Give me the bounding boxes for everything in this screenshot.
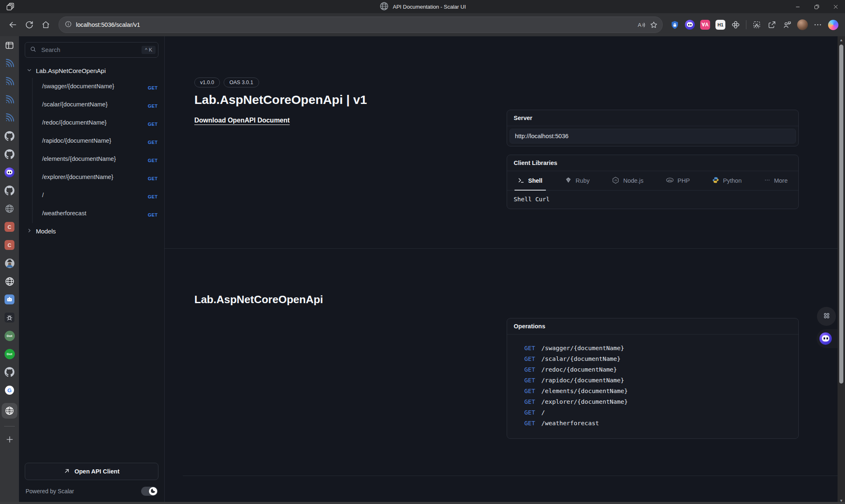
copilot-icon[interactable] [826, 18, 840, 32]
toolbar-divider [746, 20, 746, 29]
open-api-client-button[interactable]: Open API Client [25, 463, 158, 480]
sidebar-endpoint-item[interactable]: /swagger/{documentName}GET [33, 78, 158, 96]
server-card-header: Server [507, 110, 798, 126]
minimize-button[interactable] [788, 0, 807, 13]
settings-ellipsis-icon[interactable] [811, 18, 825, 32]
more-ellipsis-icon [764, 177, 770, 184]
tab-php[interactable]: phpPHP [666, 171, 690, 190]
sidebar-endpoint-item[interactable]: /scalar/{documentName}GET [33, 96, 158, 114]
globe-active-icon[interactable] [2, 403, 17, 419]
bug-icon[interactable] [4, 312, 15, 323]
operation-row[interactable]: GET/scalar/{documentName} [516, 353, 789, 364]
github-icon[interactable] [4, 149, 15, 160]
read-aloud-icon[interactable]: A [635, 19, 647, 31]
share-icon[interactable] [765, 18, 779, 32]
method-badge: GET [148, 154, 158, 165]
close-button[interactable] [826, 0, 845, 13]
google-icon[interactable]: G [4, 385, 15, 396]
operation-path: /swagger/{documentName} [541, 344, 624, 352]
download-openapi-link[interactable]: Download OpenAPI Document [194, 117, 290, 124]
sidebar-endpoint-item[interactable]: /elements/{documentName}GET [33, 151, 158, 169]
scrollbar-thumb[interactable] [839, 45, 843, 384]
avatar[interactable] [795, 18, 810, 32]
sidebar-item-models[interactable]: Models [25, 223, 158, 239]
c-app-icon[interactable]: C [4, 221, 15, 232]
operation-row[interactable]: GET/ [516, 407, 789, 418]
password-shield-icon[interactable] [668, 18, 682, 32]
github-icon[interactable] [4, 185, 15, 196]
client-libraries-card: Client Libraries ShellRubyJSNode.jsphpPH… [507, 155, 799, 209]
tab-panel-icon[interactable] [4, 40, 15, 51]
operation-row[interactable]: GET/elements/{documentName} [516, 386, 789, 396]
dot-icon[interactable]: Dot [4, 330, 15, 341]
operation-row[interactable]: GET/rapidoc/{documentName} [516, 375, 789, 386]
operation-row[interactable]: GET/swagger/{documentName} [516, 343, 789, 353]
back-button[interactable] [5, 17, 21, 33]
home-button[interactable] [38, 17, 54, 33]
url-text[interactable]: localhost:5036/scalar/v1 [76, 21, 631, 28]
tab-shell[interactable]: Shell [518, 171, 543, 190]
tab-more[interactable]: More [764, 171, 788, 190]
sidebar-endpoint-item[interactable]: /weatherforecastGET [33, 205, 158, 223]
sidebar-endpoint-item[interactable]: /rapidoc/{documentName}GET [33, 132, 158, 151]
tag-section: Lab.AspNetCoreOpenApi Operations GET/swa… [165, 249, 838, 476]
feed-icon[interactable] [4, 76, 15, 87]
scroll-up-arrow[interactable]: ▲ [840, 38, 843, 42]
operation-method: GET [516, 387, 535, 395]
c-app-icon[interactable]: C [4, 240, 15, 250]
tab-python[interactable]: Python [712, 171, 741, 190]
monica-icon[interactable] [683, 18, 697, 32]
github-icon[interactable] [4, 367, 15, 377]
screenshot-icon[interactable] [750, 18, 764, 32]
stacked-tabs-icon[interactable] [4, 0, 17, 13]
robot-icon[interactable] [4, 294, 15, 305]
search-field[interactable] [40, 46, 138, 54]
monica-icon[interactable] [4, 167, 15, 178]
globe-white-icon[interactable] [4, 276, 15, 287]
search-input[interactable]: ^ K [25, 42, 158, 58]
version-badge: v1.0.0 [194, 78, 220, 87]
operation-row[interactable]: GET/weatherforecast [516, 418, 789, 429]
tab-nodejs[interactable]: JSNode.js [612, 171, 643, 190]
refresh-button[interactable] [21, 17, 37, 33]
feed-icon[interactable] [4, 94, 15, 105]
sidebar-endpoint-item[interactable]: /redoc/{documentName}GET [33, 114, 158, 132]
operation-row[interactable]: GET/explorer/{documentName} [516, 396, 789, 407]
endpoint-path: /swagger/{documentName} [42, 82, 148, 91]
globe-icon[interactable] [4, 203, 15, 214]
server-url-row[interactable]: http://localhost:5036 [510, 129, 796, 144]
feed-icon[interactable] [4, 113, 15, 123]
restore-button[interactable] [807, 0, 826, 13]
feedback-icon[interactable] [780, 18, 794, 32]
new-item-plus-button[interactable] [4, 434, 15, 445]
svg-text:php: php [668, 179, 673, 181]
agent-icon[interactable] [4, 258, 15, 268]
dot-bright-icon[interactable]: Dot [4, 349, 15, 359]
sidebar-endpoint-item[interactable]: /GET [33, 187, 158, 205]
endpoint-tree: Lab.AspNetCoreOpenApi /swagger/{document… [19, 62, 164, 458]
operation-path: /elements/{documentName} [541, 387, 628, 395]
command-palette-button[interactable] [817, 307, 836, 326]
terminal-icon [518, 177, 524, 185]
github-icon[interactable] [4, 131, 15, 141]
operations-card: Operations GET/swagger/{documentName}GET… [507, 318, 799, 439]
operation-row[interactable]: GET/redoc/{documentName} [516, 364, 789, 375]
heading-style-icon[interactable]: H1 [713, 18, 727, 32]
operation-method: GET [516, 419, 535, 427]
extensions-icon[interactable] [729, 18, 743, 32]
open-api-client-label: Open API Client [74, 468, 119, 475]
oas-badge: OAS 3.0.1 [224, 78, 259, 87]
translate-icon[interactable]: ∀A [698, 18, 712, 32]
endpoint-path: /rapidoc/{documentName} [42, 136, 148, 145]
dark-mode-toggle[interactable] [141, 487, 158, 496]
assistant-button[interactable] [817, 329, 838, 348]
tab-ruby[interactable]: Ruby [565, 171, 590, 190]
intro-section: v1.0.0 OAS 3.0.1 Lab.AspNetCoreOpenApi |… [165, 36, 838, 249]
info-icon[interactable] [64, 20, 72, 30]
address-bar[interactable]: localhost:5036/scalar/v1 A [59, 16, 663, 33]
tree-root-item[interactable]: Lab.AspNetCoreOpenApi [25, 64, 158, 78]
operation-path: /redoc/{documentName} [541, 365, 617, 374]
favorites-star-icon[interactable] [647, 19, 660, 31]
feed-icon[interactable] [4, 58, 15, 69]
sidebar-endpoint-item[interactable]: /explorer/{documentName}GET [33, 169, 158, 187]
